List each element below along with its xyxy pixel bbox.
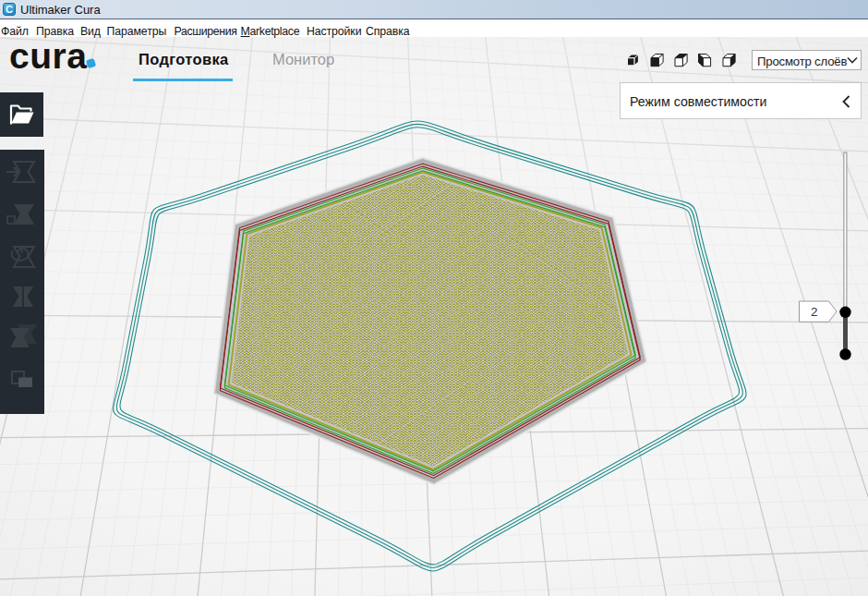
svg-text:2: 2 <box>811 305 818 319</box>
